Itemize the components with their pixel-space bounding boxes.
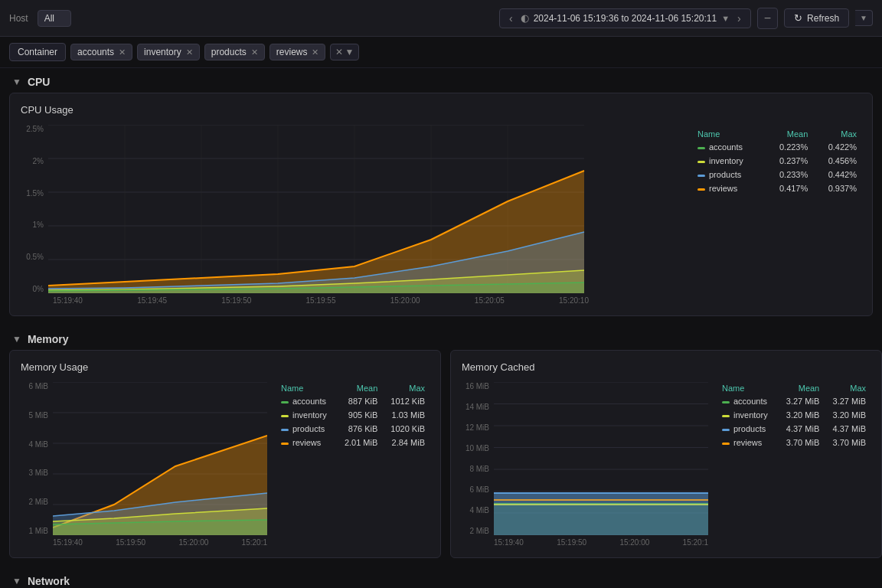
- memory-usage-legend: Name Mean Max accounts 887 KiB 1012 KiB …: [276, 382, 430, 547]
- filter-tag-reviews-close[interactable]: ✕: [312, 47, 318, 57]
- refresh-icon: ↻: [794, 12, 802, 24]
- memory-cached-y-labels: 16 MiB 14 MiB 12 MiB 10 MiB 8 MiB 6 MiB …: [462, 382, 494, 535]
- filter-tag-accounts-label: accounts: [77, 47, 114, 57]
- cpu-chart-svg-container: 2.5% 2% 1.5% 1% 0.5% 0%: [21, 125, 681, 305]
- clock-icon: ◐: [521, 12, 529, 24]
- mem-products-swatch: [281, 429, 289, 431]
- filter-tag-products-label: products: [211, 47, 247, 57]
- memory-cached-chart: [494, 382, 708, 535]
- time-range-text: 2024-11-06 15:19:36 to 2024-11-06 15:20:…: [534, 13, 717, 24]
- mem-legend-accounts: accounts 887 KiB 1012 KiB: [276, 394, 430, 408]
- cache-reviews-swatch: [722, 443, 730, 445]
- legend-max-header: Max: [812, 128, 861, 140]
- refresh-label: Refresh: [807, 13, 839, 24]
- network-section-title: Network: [28, 575, 70, 587]
- filter-tag-reviews-label: reviews: [276, 47, 308, 57]
- time-prev-button[interactable]: ‹: [506, 12, 516, 24]
- cpu-y-labels: 2.5% 2% 1.5% 1% 0.5% 0%: [21, 125, 48, 293]
- network-section-header[interactable]: ▼ Network: [0, 567, 882, 588]
- filter-tag-inventory: inventory ✕: [137, 44, 200, 60]
- cache-inventory-swatch: [722, 415, 730, 417]
- svg-marker-38: [494, 493, 708, 500]
- time-expand-button[interactable]: ▼: [721, 14, 730, 23]
- memory-charts-row: Memory Usage 6 MiB 5 MiB 4 MiB 3 MiB 2 M…: [9, 350, 873, 558]
- memory-usage-title: Memory Usage: [21, 361, 430, 373]
- host-label: Host: [9, 13, 28, 24]
- time-navigation: ‹ ◐ 2024-11-06 15:19:36 to 2024-11-06 15…: [499, 8, 751, 28]
- filter-expand-icon: ▼: [345, 47, 354, 57]
- memory-usage-y-labels: 6 MiB 5 MiB 4 MiB 3 MiB 2 MiB 1 MiB: [21, 382, 53, 535]
- filterbar: Container accounts ✕ inventory ✕ product…: [0, 37, 882, 68]
- filter-more-button[interactable]: ✕ ▼: [330, 44, 359, 60]
- mem-accounts-swatch: [281, 401, 289, 403]
- memory-chevron-icon: ▼: [12, 334, 21, 345]
- memory-cached-panel: Memory Cached 16 MiB 14 MiB 12 MiB 10 Mi…: [450, 350, 882, 558]
- cpu-section-header[interactable]: ▼ CPU: [0, 68, 882, 93]
- cache-legend-inventory: inventory 3.20 MiB 3.20 MiB: [717, 408, 871, 422]
- memory-usage-svg-container: 6 MiB 5 MiB 4 MiB 3 MiB 2 MiB 1 MiB: [21, 382, 267, 547]
- refresh-button[interactable]: ↻ Refresh: [784, 8, 849, 28]
- cache-legend-reviews: reviews 3.70 MiB 3.70 MiB: [717, 436, 871, 449]
- mem-legend-products: products 876 KiB 1020 KiB: [276, 422, 430, 436]
- memory-usage-x-labels: 15:19:40 15:19:50 15:20:00 15:20:1: [21, 535, 267, 547]
- cpu-chevron-icon: ▼: [12, 77, 21, 87]
- cpu-chart-title: CPU Usage: [21, 104, 861, 116]
- memory-usage-chart: [53, 382, 267, 535]
- topbar: Host All ‹ ◐ 2024-11-06 15:19:36 to 2024…: [0, 0, 882, 37]
- accounts-color-swatch: [697, 147, 705, 149]
- cpu-chart: [48, 125, 681, 293]
- filter-clear-icon: ✕: [335, 47, 343, 57]
- zoom-out-button[interactable]: −: [757, 8, 778, 29]
- network-section: ▼ Network: [0, 567, 882, 588]
- filter-tag-inventory-close[interactable]: ✕: [186, 47, 193, 57]
- inventory-color-swatch: [697, 161, 705, 163]
- cache-legend-products: products 4.37 MiB 4.37 MiB: [717, 422, 871, 436]
- mem-reviews-swatch: [281, 443, 289, 445]
- reviews-color-swatch: [697, 188, 705, 191]
- network-chevron-icon: ▼: [12, 576, 21, 586]
- filter-tag-inventory-label: inventory: [144, 47, 181, 57]
- legend-name-header: Name: [693, 128, 764, 140]
- memory-cached-x-labels: 15:19:40 15:19:50 15:20:00 15:20:1: [462, 535, 708, 547]
- cpu-legend-accounts: accounts 0.223% 0.422%: [693, 140, 861, 154]
- cpu-legend-products: products 0.233% 0.442%: [693, 168, 861, 181]
- cpu-legend-reviews: reviews 0.417% 0.937%: [693, 181, 861, 195]
- cache-legend-accounts: accounts 3.27 MiB 3.27 MiB: [717, 394, 871, 408]
- cache-products-swatch: [722, 429, 730, 431]
- cpu-chart-panel: CPU Usage 2.5% 2% 1.5% 1% 0.5% 0%: [9, 93, 873, 316]
- filter-tag-accounts: accounts ✕: [70, 44, 132, 60]
- products-color-swatch: [697, 175, 705, 177]
- legend-mean-header: Mean: [764, 128, 813, 140]
- filter-tag-products-close[interactable]: ✕: [251, 47, 258, 57]
- cpu-legend: Name Mean Max accounts 0.223% 0.422% inv…: [693, 125, 861, 305]
- host-select[interactable]: All: [38, 10, 71, 27]
- mem-legend-inventory: inventory 905 KiB 1.03 MiB: [276, 408, 430, 422]
- memory-cached-svg-container: 16 MiB 14 MiB 12 MiB 10 MiB 8 MiB 6 MiB …: [462, 382, 708, 547]
- mem-inventory-swatch: [281, 415, 289, 417]
- filter-tag-accounts-close[interactable]: ✕: [119, 47, 126, 57]
- memory-usage-panel: Memory Usage 6 MiB 5 MiB 4 MiB 3 MiB 2 M…: [9, 350, 441, 558]
- cpu-section-title: CPU: [28, 76, 51, 88]
- filter-tag-products: products ✕: [204, 44, 265, 60]
- mem-legend-reviews: reviews 2.01 MiB 2.84 MiB: [276, 436, 430, 449]
- cpu-legend-inventory: inventory 0.237% 0.456%: [693, 154, 861, 168]
- memory-section-title: Memory: [28, 333, 69, 345]
- refresh-dropdown-button[interactable]: ▼: [855, 10, 873, 26]
- cache-accounts-swatch: [722, 401, 730, 403]
- filter-tag-reviews: reviews ✕: [270, 44, 326, 60]
- time-next-button[interactable]: ›: [734, 12, 744, 24]
- cpu-x-labels: 15:19:40 15:19:45 15:19:50 15:19:55 15:2…: [21, 293, 589, 305]
- memory-section-header[interactable]: ▼ Memory: [0, 325, 882, 350]
- memory-cached-title: Memory Cached: [462, 361, 871, 373]
- container-filter-button[interactable]: Container: [9, 43, 66, 61]
- memory-cached-legend: Name Mean Max accounts 3.27 MiB 3.27 MiB…: [717, 382, 871, 547]
